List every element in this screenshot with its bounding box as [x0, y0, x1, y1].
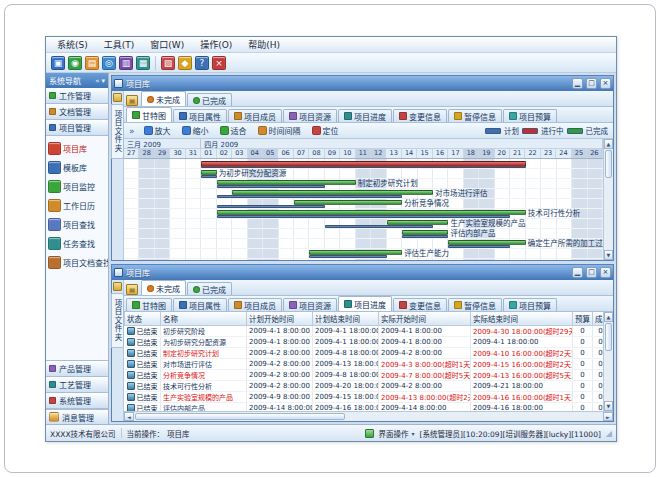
- table-tab-pause-info[interactable]: 暂停信息: [448, 298, 502, 311]
- gantt-actual-bar[interactable]: [309, 250, 402, 255]
- side-tab-project-folder[interactable]: 项目文件夹: [111, 293, 124, 348]
- table-row[interactable]: 已结束生产实验室规模的产品2009-4-9 8:00:002009-4-15 1…: [125, 391, 604, 402]
- gantt-tool-zoom-in[interactable]: 放大: [140, 123, 175, 138]
- sidebar-item-task-search[interactable]: 任务查找: [46, 234, 108, 253]
- menu-system[interactable]: 系统(S): [50, 37, 95, 52]
- column-header-2[interactable]: 计划开始时间: [247, 312, 313, 325]
- pin-icon[interactable]: ▾: [101, 77, 105, 85]
- gantt-summary-bar[interactable]: [201, 161, 525, 167]
- table-folder-icon[interactable]: ▤: [126, 284, 138, 295]
- column-header-4[interactable]: 实际开始时间: [379, 312, 471, 325]
- help-icon[interactable]: ?: [195, 56, 209, 70]
- gantt-actual-bar[interactable]: [201, 170, 216, 175]
- gantt-actual-bar[interactable]: [294, 200, 402, 205]
- table-status-tab-finished[interactable]: 已完成: [187, 282, 232, 295]
- gantt-tab-budget[interactable]: 项目预算: [503, 109, 557, 122]
- table-vscrollbar[interactable]: ▲ ▼: [603, 312, 613, 411]
- scrollbar-thumb[interactable]: [135, 413, 345, 420]
- sidebar-tab-messages[interactable]: 消息管理: [46, 409, 108, 424]
- column-header-6[interactable]: 预算: [573, 312, 593, 325]
- gantt-plan-bar[interactable]: [217, 215, 511, 218]
- gantt-tab-properties[interactable]: 项目属性: [173, 109, 227, 122]
- gantt-actual-bar[interactable]: [402, 230, 448, 235]
- table-row[interactable]: 已结束对市场进行评估2009-4-2 8:00:002009-4-13 18:0…: [125, 358, 604, 369]
- scroll-up-icon[interactable]: ▲: [604, 312, 613, 322]
- project-icon[interactable]: ▣: [51, 56, 65, 70]
- gantt-plan-bar[interactable]: [217, 205, 325, 208]
- table-tab-resources[interactable]: 项目资源: [283, 298, 337, 311]
- table-row[interactable]: 已结束评估内部产品2009-4-14 8:00:002009-4-16 18:0…: [125, 402, 604, 411]
- gantt-actual-bar[interactable]: [448, 240, 525, 245]
- gantt-status-tab-unfinished[interactable]: 未完成: [141, 91, 186, 106]
- gantt-plan-bar[interactable]: [217, 185, 325, 188]
- gantt-tab-resources[interactable]: 项目资源: [283, 109, 337, 122]
- exit-icon[interactable]: ×: [212, 56, 226, 70]
- gantt-tool-time-interval[interactable]: 时间间隔: [254, 123, 305, 138]
- gantt-plan-bar[interactable]: [217, 195, 402, 198]
- column-header-5[interactable]: 实际结束时间: [471, 312, 573, 325]
- sidebar-group-work-mgmt[interactable]: 工作管理: [46, 88, 108, 104]
- sidebar-item-project-search[interactable]: 项目查找: [46, 215, 108, 234]
- table-window-titlebar[interactable]: 项目库 ▁ □ ×: [112, 265, 613, 280]
- scroll-left-icon[interactable]: ◄: [124, 412, 134, 421]
- minimize-button[interactable]: ▁: [572, 267, 583, 278]
- minimize-button[interactable]: ▁: [572, 78, 583, 89]
- scrollbar-thumb[interactable]: [605, 150, 612, 178]
- gantt-tab-members[interactable]: 项目成员: [228, 109, 282, 122]
- table-row[interactable]: 已结束为初步研究分配资源2009-4-1 8:00:002009-4-1 18:…: [125, 336, 604, 347]
- scroll-right-icon[interactable]: ►: [603, 412, 613, 421]
- sidebar-group-doc-mgmt[interactable]: 文档管理: [46, 104, 108, 120]
- column-header-3[interactable]: 计划结束时间: [313, 312, 379, 325]
- sidebar-item-project-monitor[interactable]: 项目监控: [46, 177, 108, 196]
- search-icon[interactable]: ◎: [102, 56, 116, 70]
- gantt-status-tab-finished[interactable]: 已完成: [187, 93, 232, 106]
- column-header-1[interactable]: 名称: [161, 312, 247, 325]
- gantt-tab-pause-info[interactable]: 暂停信息: [448, 109, 502, 122]
- table-status-tab-unfinished[interactable]: 未完成: [141, 280, 186, 295]
- table-tab-members[interactable]: 项目成员: [228, 298, 282, 311]
- column-header-0[interactable]: 状态: [125, 312, 161, 325]
- message-icon[interactable]: ▧: [161, 56, 175, 70]
- gantt-actual-bar[interactable]: [217, 180, 356, 185]
- table-row[interactable]: 已结束技术可行性分析2009-4-2 8:00:002009-4-20 18:0…: [125, 380, 604, 391]
- gantt-tool-zoom-out[interactable]: 缩小: [178, 123, 213, 138]
- sidebar-group-process-mgmt[interactable]: 工艺管理: [46, 377, 108, 393]
- sidebar-group-system-mgmt[interactable]: 系统管理: [46, 393, 108, 409]
- table-tab-gantt[interactable]: 甘特图: [126, 298, 172, 311]
- lock-icon[interactable]: ◆: [178, 56, 192, 70]
- gantt-plan-bar[interactable]: [201, 175, 216, 178]
- close-button[interactable]: ×: [600, 267, 611, 278]
- gantt-tool-fit[interactable]: 适合: [216, 123, 251, 138]
- column-header-7[interactable]: 成: [593, 312, 604, 325]
- gantt-tab-change-info[interactable]: 变更信息: [393, 109, 447, 122]
- scroll-up-icon[interactable]: ▲: [604, 139, 613, 149]
- side-tab-project-folder[interactable]: 项目文件夹: [111, 104, 124, 159]
- table-tab-properties[interactable]: 项目属性: [173, 298, 227, 311]
- interface-mode-button[interactable]: 界面操作 ▾: [379, 428, 415, 439]
- gantt-window-titlebar[interactable]: 项目库 ▁ □ ×: [112, 76, 613, 91]
- close-button[interactable]: ×: [600, 78, 611, 89]
- gantt-folder-icon[interactable]: ▤: [126, 95, 138, 106]
- table-row[interactable]: 已结束初步研究阶段2009-4-1 8:00:002009-4-1 18:00:…: [125, 325, 604, 336]
- menu-tools[interactable]: 工具(T): [97, 37, 142, 52]
- sidebar-item-work-calendar[interactable]: 工作日历: [46, 196, 108, 215]
- folder-icon[interactable]: ▤: [85, 56, 99, 70]
- restore-button[interactable]: □: [586, 78, 597, 89]
- sidebar-group-project-mgmt[interactable]: 项目管理: [46, 120, 108, 136]
- gantt-actual-bar[interactable]: [232, 190, 433, 195]
- menu-window[interactable]: 窗口(W): [143, 37, 191, 52]
- gantt-plan-bar[interactable]: [402, 235, 448, 238]
- gantt-plan-bar[interactable]: [448, 245, 510, 248]
- gantt-actual-bar[interactable]: [387, 220, 449, 225]
- scrollbar-thumb[interactable]: [605, 323, 612, 351]
- table-hscrollbar[interactable]: ◄ ►: [124, 411, 613, 421]
- table-tab-budget[interactable]: 项目预算: [503, 298, 557, 311]
- report-icon[interactable]: ▥: [119, 56, 133, 70]
- sidebar-item-project-doc-search[interactable]: 项目文档查找: [46, 253, 108, 272]
- table-tab-change-info[interactable]: 变更信息: [393, 298, 447, 311]
- gantt-actual-bar[interactable]: [217, 210, 526, 215]
- gantt-plan-bar[interactable]: [325, 225, 433, 228]
- refresh-icon[interactable]: ◉: [68, 56, 82, 70]
- table-row[interactable]: 已结束制定初步研究计划2009-4-2 8:00:002009-4-8 18:0…: [125, 347, 604, 358]
- gantt-tab-progress[interactable]: 项目进度: [338, 109, 392, 122]
